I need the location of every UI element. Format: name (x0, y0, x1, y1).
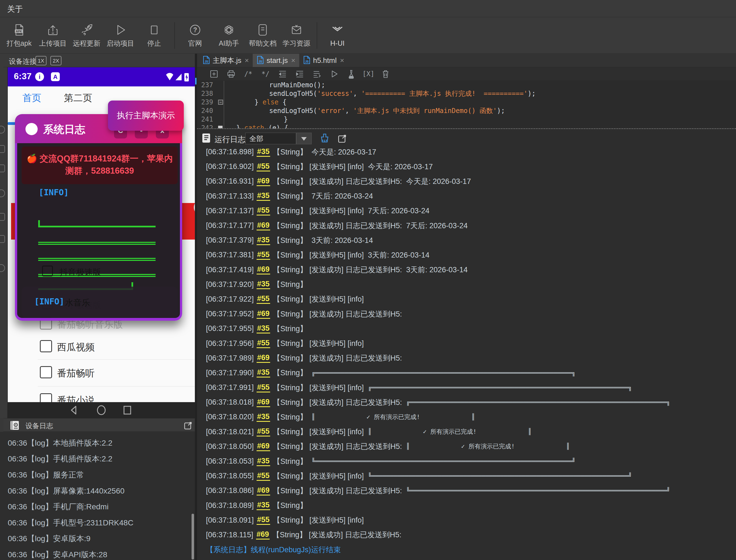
new-file-icon[interactable] (205, 68, 223, 79)
log-filter-select[interactable]: 全部 (245, 133, 296, 144)
toolbar-upload-project[interactable]: 上传项目 (36, 19, 70, 52)
log-id-link[interactable]: #55 (257, 294, 270, 304)
run-selection-icon[interactable] (326, 68, 343, 79)
side-strip-icon[interactable] (0, 235, 5, 243)
menu-item-about[interactable]: 关于 (7, 4, 23, 14)
log-id-link[interactable]: #69 (256, 530, 270, 540)
toolbar-package-apk[interactable]: APK打包apk (2, 19, 36, 52)
log-id-link[interactable]: #69 (257, 398, 270, 407)
expand-icon[interactable] (337, 133, 348, 144)
log-tag: 【String】 [发送到H5] [info] (273, 162, 368, 172)
close-icon[interactable]: × (291, 56, 295, 65)
line-number[interactable]: 241 (197, 115, 213, 124)
nav-recents-icon[interactable] (122, 405, 133, 416)
comment-open-icon[interactable]: /* (240, 68, 257, 79)
toolbar-start-project[interactable]: 启动项目 (104, 19, 137, 52)
toolbar-official-site[interactable]: ?官网 (178, 19, 212, 52)
outdent-icon[interactable] (274, 68, 291, 79)
toolbar-stop[interactable]: 停止 (137, 19, 171, 52)
log-id-link[interactable]: #55 (257, 383, 270, 392)
log-id-link[interactable]: #55 (257, 162, 270, 171)
clear-log-brush-icon[interactable] (320, 133, 330, 144)
log-id-link[interactable]: #69 (257, 221, 270, 230)
indent-icon[interactable] (291, 68, 308, 79)
dialog-title: 系统日志 (43, 122, 85, 137)
side-strip-icon[interactable] (0, 213, 5, 221)
log-id-link[interactable]: #35 (257, 236, 270, 245)
log-id-link[interactable]: #69 (257, 486, 270, 495)
log-id-link[interactable]: #35 (257, 280, 270, 289)
device-log-scrollbar[interactable] (192, 514, 194, 559)
close-icon[interactable]: × (340, 56, 344, 65)
close-icon[interactable]: × (245, 56, 249, 65)
fold-marker-column[interactable]: − (213, 98, 225, 107)
line-number[interactable]: 242 (197, 124, 213, 128)
checkbox-番茄小说[interactable] (40, 393, 52, 402)
line-number[interactable]: 240 (197, 107, 213, 115)
zoom-1x-button[interactable]: 1X (35, 56, 47, 65)
log-id-link[interactable]: #35 (257, 324, 270, 333)
toolbar-remote-update[interactable]: 远程更新 (70, 19, 104, 52)
phone-tab-second[interactable]: 第二页 (64, 92, 92, 104)
log-id-link[interactable]: #69 (257, 353, 270, 363)
log-id-link[interactable]: #69 (257, 177, 270, 186)
log-id-link[interactable]: #69 (257, 442, 270, 451)
code-editor[interactable]: 237runMainDemo();238sendLogToH5('success… (197, 81, 736, 128)
side-strip-icon[interactable] (0, 189, 5, 197)
side-strip-icon[interactable] (0, 165, 5, 172)
log-id-link[interactable]: #35 (257, 501, 270, 510)
log-id-link[interactable]: #69 (257, 309, 270, 319)
log-id-link[interactable]: #69 (257, 265, 270, 274)
run-main-script-button[interactable]: 执行主脚本演示 (108, 101, 184, 131)
clear-console-icon[interactable] (377, 68, 394, 79)
log-id-link[interactable]: #35 (257, 191, 270, 201)
log-id-link[interactable]: #55 (257, 339, 270, 348)
zoom-2x-button[interactable]: 2X (50, 56, 61, 65)
side-strip-icon[interactable] (0, 126, 5, 133)
nav-home-icon[interactable] (96, 405, 107, 416)
flask-icon[interactable] (343, 68, 360, 79)
editor-tab-h5.html[interactable]: JSh5.html× (299, 54, 348, 67)
editor-tab-start.js[interactable]: JSstart.js× (253, 54, 299, 67)
fold-marker-icon[interactable] (218, 126, 223, 128)
toolbar-ai-assistant[interactable]: AI助手 (212, 19, 246, 52)
checkbox-西瓜视频[interactable] (40, 340, 52, 352)
run-log-row: [06:37:17.991]#55【String】 [发送到H5] [info]… (197, 380, 736, 395)
expand-icon[interactable] (183, 420, 193, 430)
run-log-list[interactable]: [06:37:16.898]#35【String】 今天是: 2026-03-1… (197, 145, 736, 560)
toolbar-help-docs[interactable]: 帮助文档 (246, 19, 280, 52)
side-strip-icon[interactable] (0, 145, 5, 153)
fold-collapse-icon[interactable]: − (218, 100, 223, 105)
toolbar-label: H-UI (330, 39, 344, 47)
log-filter-dropdown-button[interactable] (296, 133, 312, 144)
tab-label: start.js (267, 56, 288, 65)
nav-back-icon[interactable] (68, 405, 79, 416)
log-id-link[interactable]: #35 (257, 147, 270, 157)
log-id-link[interactable]: #35 (257, 412, 270, 422)
log-id-link[interactable]: #55 (257, 471, 270, 481)
phone-tab-home[interactable]: 首页 (22, 92, 41, 104)
log-id-link[interactable]: #55 (257, 206, 270, 215)
print-icon[interactable] (223, 68, 240, 79)
device-log-row: 06:36【log】手机型号:2311DRK48C (0, 515, 195, 531)
line-number[interactable]: 239 (197, 98, 213, 107)
log-id-link[interactable]: #55 (257, 427, 270, 436)
toolbar-learning[interactable]: 学习资源 (280, 19, 313, 52)
log-id-link[interactable]: #35 (257, 368, 270, 377)
toolbar-hui-logo[interactable]: H-UI (321, 19, 354, 52)
line-number[interactable]: 238 (197, 89, 213, 98)
log-id-link[interactable]: #35 (257, 457, 270, 466)
log-id-link[interactable]: #55 (257, 250, 270, 260)
format-code-icon[interactable] (308, 68, 326, 79)
checkbox-番茄畅听[interactable] (40, 366, 52, 378)
line-number[interactable]: 237 (197, 81, 213, 89)
side-strip-icon[interactable] (0, 264, 5, 272)
comment-close-icon[interactable]: */ (257, 68, 274, 79)
app-red-banner-right (182, 203, 195, 240)
log-id-link[interactable]: #55 (257, 515, 270, 525)
editor-tab-主脚本.js[interactable]: JS主脚本.js× (199, 54, 253, 67)
device-screen-mirror[interactable]: 6:37 i A 首页 第二页 执行主脚本演示 番茄畅听音乐版 西瓜视频番茄畅听… (8, 67, 195, 402)
clear-vars-icon[interactable]: [X] (360, 68, 377, 79)
device-log-list[interactable]: 06:36【log】本地插件版本:2.206:36【log】手机插件版本:2.2… (0, 432, 195, 560)
fold-marker-column[interactable] (213, 124, 225, 128)
